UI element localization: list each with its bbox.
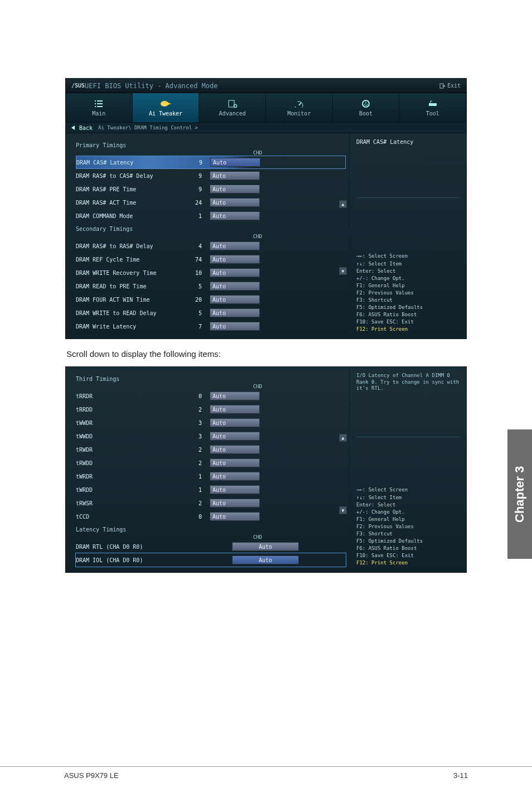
setting-current-value: 1: [187, 213, 210, 219]
setting-row[interactable]: DRAM READ to PRE Time5Auto: [76, 279, 346, 293]
setting-label: DRAM CAS# Latency: [76, 160, 188, 166]
setting-input[interactable]: Auto: [210, 295, 260, 304]
tab-label: Boot: [359, 110, 373, 117]
setting-input[interactable]: Auto: [232, 555, 299, 564]
breadcrumb-bar: Back Ai Tweaker\ DRAM Timing Control >: [66, 122, 466, 133]
setting-row[interactable]: DRAM REF Cycle Time74Auto: [76, 253, 346, 266]
help-key-line: F6: ASUS Ratio Boost: [356, 311, 460, 318]
setting-row[interactable]: tRRDD2Auto: [76, 403, 346, 416]
setting-current-value: 3: [187, 433, 210, 439]
setting-input[interactable]: Auto: [210, 499, 260, 508]
exit-button[interactable]: Exit: [439, 83, 461, 89]
setting-input[interactable]: Auto: [210, 458, 260, 467]
scroll-down-icon[interactable]: ▼: [339, 267, 347, 275]
help-description: I/O Latency of Channel A DIMM 0 Rank 0. …: [356, 373, 460, 392]
tab-label: Monitor: [287, 110, 311, 117]
section-third-timings: Third Timings: [76, 376, 346, 382]
setting-row[interactable]: DRAM RAS# to RAS# Delay4Auto: [76, 239, 346, 253]
setting-current-value: 7: [187, 323, 210, 330]
setting-input[interactable]: Auto: [210, 405, 260, 414]
tab-monitor[interactable]: Monitor: [266, 93, 333, 122]
setting-label: tRRDR: [76, 393, 187, 399]
setting-input[interactable]: Auto: [210, 211, 260, 220]
setting-row[interactable]: tWRDD1Auto: [76, 483, 346, 496]
setting-input[interactable]: Auto: [210, 268, 260, 277]
setting-row[interactable]: DRAM IOL (CHA D0 R0)Auto: [76, 553, 346, 567]
setting-row[interactable]: DRAM RTL (CHA D0 R0)Auto: [76, 540, 346, 553]
setting-current-value: 24: [187, 200, 210, 206]
setting-row[interactable]: DRAM Write Latency7Auto: [76, 320, 346, 333]
setting-input[interactable]: Auto: [210, 472, 260, 481]
setting-input[interactable]: Auto: [210, 255, 260, 264]
setting-input[interactable]: Auto: [210, 322, 260, 331]
setting-current-value: 5: [187, 283, 210, 289]
setting-input[interactable]: Auto: [210, 445, 260, 454]
setting-label: tCCD: [76, 514, 187, 520]
scrollbar[interactable]: ▲ ▼: [339, 133, 348, 339]
breadcrumb-path: Ai Tweaker\ DRAM Timing Control >: [98, 125, 198, 131]
setting-input[interactable]: Auto: [210, 198, 260, 207]
bios-screenshot-1: /SUS UEFI BIOS Utility - Advanced Mode E…: [65, 78, 467, 339]
tab-tool[interactable]: Tool: [399, 93, 466, 122]
setting-label: DRAM FOUR ACT WIN Time: [76, 297, 187, 303]
setting-row[interactable]: DRAM RAS# ACT Time24Auto: [76, 196, 346, 209]
help-pane: DRAM CAS# Latency →←: Select Screen↑↓: S…: [349, 133, 466, 339]
setting-label: DRAM WRITE Recovery Time: [76, 270, 187, 276]
setting-row[interactable]: DRAM WRITE Recovery Time10Auto: [76, 266, 346, 279]
setting-row[interactable]: DRAM WRITE to READ Delay5Auto: [76, 306, 346, 320]
setting-input[interactable]: Auto: [210, 418, 260, 427]
help-key-line: Enter: Select: [356, 268, 460, 275]
setting-row[interactable]: tWRDR1Auto: [76, 470, 346, 483]
setting-input[interactable]: Auto: [210, 241, 260, 250]
setting-input[interactable]: Auto: [210, 392, 260, 400]
setting-input[interactable]: Auto: [210, 185, 260, 194]
setting-label: tRRDD: [76, 407, 187, 413]
tab-main[interactable]: Main: [66, 93, 133, 122]
setting-row[interactable]: tRWSR2Auto: [76, 496, 346, 510]
setting-row[interactable]: tRWDR2Auto: [76, 443, 346, 456]
setting-row[interactable]: DRAM COMMAND Mode1Auto: [76, 209, 346, 223]
help-keys: →←: Select Screen↑↓: Select ItemEnter: S…: [356, 253, 460, 333]
help-key-line: F3: Shortcut: [356, 530, 460, 538]
bios-screenshot-2: Third Timings CHD tRRDR0AutotRRDD2AutotW…: [65, 366, 467, 573]
setting-row[interactable]: DRAM FOUR ACT WIN Time20Auto: [76, 293, 346, 306]
setting-row[interactable]: tRWDD2Auto: [76, 456, 346, 470]
setting-input[interactable]: Auto: [210, 432, 260, 441]
tab-advanced[interactable]: Advanced: [199, 93, 266, 122]
setting-input[interactable]: Auto: [232, 542, 299, 551]
tab-ai-tweaker[interactable]: Ai Tweaker: [133, 93, 200, 122]
setting-input[interactable]: Auto: [210, 308, 260, 317]
setting-current-value: 0: [187, 393, 210, 399]
setting-input[interactable]: Auto: [210, 282, 260, 291]
setting-label: tRWDD: [76, 460, 187, 466]
setting-input[interactable]: Auto: [210, 158, 260, 167]
help-key-line: F1: General Help: [356, 282, 460, 289]
help-key-line: +/-: Change Opt.: [356, 509, 460, 516]
setting-input[interactable]: Auto: [210, 512, 260, 521]
tab-icon: [94, 99, 104, 109]
setting-row[interactable]: tCCD0Auto: [76, 510, 346, 523]
help-key-line: F3: Shortcut: [356, 297, 460, 304]
setting-row[interactable]: DRAM CAS# Latency9Auto: [76, 156, 346, 169]
chapter-side-tab: Chapter 3: [507, 429, 532, 559]
setting-label: tRWDR: [76, 447, 187, 453]
scrollbar[interactable]: ▲ ▼: [339, 367, 348, 572]
tab-boot[interactable]: Boot: [333, 93, 400, 122]
setting-row[interactable]: tWWDD3Auto: [76, 429, 346, 443]
setting-row[interactable]: DRAM RAS# to CAS# Delay9Auto: [76, 169, 346, 182]
svg-rect-2: [229, 100, 234, 107]
scroll-up-icon[interactable]: ▲: [339, 200, 347, 208]
setting-input[interactable]: Auto: [210, 171, 260, 180]
setting-input[interactable]: Auto: [210, 485, 260, 494]
scroll-down-icon[interactable]: ▼: [339, 506, 347, 514]
tab-icon: [228, 99, 238, 109]
scroll-up-icon[interactable]: ▲: [339, 434, 347, 442]
setting-row[interactable]: DRAM RAS# PRE Time9Auto: [76, 182, 346, 196]
help-key-line: F5: Optimized Defaults: [356, 538, 460, 545]
setting-label: tRWSR: [76, 500, 187, 506]
setting-row[interactable]: tRRDR0Auto: [76, 389, 346, 403]
setting-row[interactable]: tWWDR3Auto: [76, 416, 346, 429]
bios-header: /SUS UEFI BIOS Utility - Advanced Mode E…: [66, 79, 466, 93]
setting-current-value: 2: [187, 447, 210, 453]
back-button[interactable]: Back: [71, 125, 93, 131]
